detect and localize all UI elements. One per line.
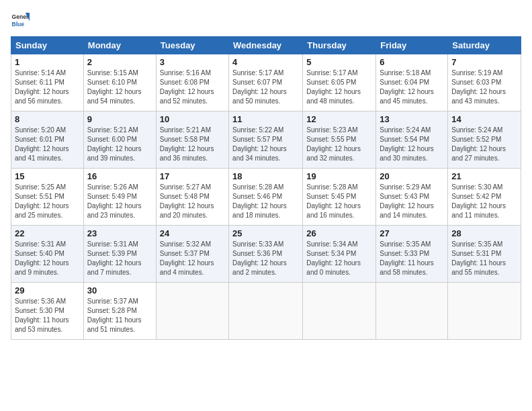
day-number: 6 <box>380 57 444 67</box>
day-number: 28 <box>451 228 517 238</box>
calendar-week-4: 22Sunrise: 5:31 AM Sunset: 5:40 PM Dayli… <box>11 226 521 283</box>
calendar-cell: 17Sunrise: 5:27 AM Sunset: 5:48 PM Dayli… <box>156 169 228 226</box>
day-number: 25 <box>232 228 299 238</box>
calendar-cell: 18Sunrise: 5:28 AM Sunset: 5:46 PM Dayli… <box>229 169 303 226</box>
day-info: Sunrise: 5:14 AM Sunset: 6:11 PM Dayligh… <box>15 68 80 106</box>
calendar-cell: 19Sunrise: 5:28 AM Sunset: 5:45 PM Dayli… <box>303 169 376 226</box>
page-header: General Blue <box>11 11 521 30</box>
svg-text:Blue: Blue <box>12 21 25 28</box>
day-number: 2 <box>87 57 152 67</box>
day-info: Sunrise: 5:32 AM Sunset: 5:37 PM Dayligh… <box>160 240 225 277</box>
day-info: Sunrise: 5:24 AM Sunset: 5:54 PM Dayligh… <box>380 126 444 163</box>
calendar-cell <box>448 283 521 340</box>
day-number: 26 <box>306 228 372 238</box>
day-number: 12 <box>306 114 372 124</box>
day-number: 27 <box>380 228 444 238</box>
day-number: 5 <box>306 57 372 67</box>
calendar-cell: 2Sunrise: 5:15 AM Sunset: 6:10 PM Daylig… <box>83 54 156 111</box>
calendar-cell: 6Sunrise: 5:18 AM Sunset: 6:04 PM Daylig… <box>376 54 448 111</box>
weekday-header-tuesday: Tuesday <box>156 37 228 54</box>
day-info: Sunrise: 5:36 AM Sunset: 5:30 PM Dayligh… <box>15 297 80 334</box>
day-info: Sunrise: 5:22 AM Sunset: 5:57 PM Dayligh… <box>232 126 299 163</box>
day-info: Sunrise: 5:15 AM Sunset: 6:10 PM Dayligh… <box>87 68 152 106</box>
calendar-body: 1Sunrise: 5:14 AM Sunset: 6:11 PM Daylig… <box>11 54 521 340</box>
day-info: Sunrise: 5:27 AM Sunset: 5:48 PM Dayligh… <box>160 183 225 220</box>
day-number: 19 <box>306 171 372 181</box>
day-info: Sunrise: 5:21 AM Sunset: 5:58 PM Dayligh… <box>160 126 225 163</box>
day-number: 18 <box>232 171 299 181</box>
calendar-table: SundayMondayTuesdayWednesdayThursdayFrid… <box>11 36 521 340</box>
calendar-header: SundayMondayTuesdayWednesdayThursdayFrid… <box>11 37 521 54</box>
day-number: 22 <box>15 228 80 238</box>
day-info: Sunrise: 5:29 AM Sunset: 5:43 PM Dayligh… <box>380 183 444 220</box>
day-number: 23 <box>87 228 152 238</box>
calendar-cell: 22Sunrise: 5:31 AM Sunset: 5:40 PM Dayli… <box>11 226 84 283</box>
calendar-cell: 30Sunrise: 5:37 AM Sunset: 5:28 PM Dayli… <box>83 283 156 340</box>
day-info: Sunrise: 5:24 AM Sunset: 5:52 PM Dayligh… <box>451 126 517 163</box>
day-info: Sunrise: 5:35 AM Sunset: 5:31 PM Dayligh… <box>451 240 517 277</box>
weekday-header-sunday: Sunday <box>11 37 84 54</box>
day-info: Sunrise: 5:26 AM Sunset: 5:49 PM Dayligh… <box>87 183 152 220</box>
day-number: 30 <box>87 285 152 295</box>
weekday-header-saturday: Saturday <box>448 37 521 54</box>
calendar-cell <box>156 283 228 340</box>
day-info: Sunrise: 5:37 AM Sunset: 5:28 PM Dayligh… <box>87 297 152 334</box>
day-number: 14 <box>451 114 517 124</box>
day-info: Sunrise: 5:20 AM Sunset: 6:01 PM Dayligh… <box>15 126 80 163</box>
day-number: 8 <box>15 114 80 124</box>
calendar-cell: 8Sunrise: 5:20 AM Sunset: 6:01 PM Daylig… <box>11 111 84 169</box>
calendar-cell: 14Sunrise: 5:24 AM Sunset: 5:52 PM Dayli… <box>448 111 521 169</box>
day-number: 9 <box>87 114 152 124</box>
day-info: Sunrise: 5:34 AM Sunset: 5:34 PM Dayligh… <box>306 240 372 277</box>
day-info: Sunrise: 5:35 AM Sunset: 5:33 PM Dayligh… <box>380 240 444 277</box>
calendar-cell: 12Sunrise: 5:23 AM Sunset: 5:55 PM Dayli… <box>303 111 376 169</box>
calendar-cell: 7Sunrise: 5:19 AM Sunset: 6:03 PM Daylig… <box>448 54 521 111</box>
calendar-cell: 13Sunrise: 5:24 AM Sunset: 5:54 PM Dayli… <box>376 111 448 169</box>
calendar-cell <box>229 283 303 340</box>
day-number: 4 <box>232 57 299 67</box>
calendar-cell: 23Sunrise: 5:31 AM Sunset: 5:39 PM Dayli… <box>83 226 156 283</box>
day-number: 20 <box>380 171 444 181</box>
calendar-cell: 28Sunrise: 5:35 AM Sunset: 5:31 PM Dayli… <box>448 226 521 283</box>
calendar-cell: 21Sunrise: 5:30 AM Sunset: 5:42 PM Dayli… <box>448 169 521 226</box>
day-info: Sunrise: 5:16 AM Sunset: 6:08 PM Dayligh… <box>160 68 225 106</box>
calendar-cell: 1Sunrise: 5:14 AM Sunset: 6:11 PM Daylig… <box>11 54 84 111</box>
calendar-cell: 4Sunrise: 5:17 AM Sunset: 6:07 PM Daylig… <box>229 54 303 111</box>
calendar-cell: 3Sunrise: 5:16 AM Sunset: 6:08 PM Daylig… <box>156 54 228 111</box>
calendar-cell <box>376 283 448 340</box>
calendar-cell: 9Sunrise: 5:21 AM Sunset: 6:00 PM Daylig… <box>83 111 156 169</box>
day-number: 11 <box>232 114 299 124</box>
day-info: Sunrise: 5:31 AM Sunset: 5:39 PM Dayligh… <box>87 240 152 277</box>
calendar-week-3: 15Sunrise: 5:25 AM Sunset: 5:51 PM Dayli… <box>11 169 521 226</box>
calendar-cell: 29Sunrise: 5:36 AM Sunset: 5:30 PM Dayli… <box>11 283 84 340</box>
day-info: Sunrise: 5:25 AM Sunset: 5:51 PM Dayligh… <box>15 183 80 220</box>
day-number: 17 <box>160 171 225 181</box>
day-number: 13 <box>380 114 444 124</box>
day-info: Sunrise: 5:17 AM Sunset: 6:05 PM Dayligh… <box>306 68 372 106</box>
calendar-cell: 27Sunrise: 5:35 AM Sunset: 5:33 PM Dayli… <box>376 226 448 283</box>
day-number: 15 <box>15 171 80 181</box>
calendar-cell: 10Sunrise: 5:21 AM Sunset: 5:58 PM Dayli… <box>156 111 228 169</box>
calendar-week-2: 8Sunrise: 5:20 AM Sunset: 6:01 PM Daylig… <box>11 111 521 169</box>
calendar-cell: 15Sunrise: 5:25 AM Sunset: 5:51 PM Dayli… <box>11 169 84 226</box>
day-number: 7 <box>451 57 517 67</box>
weekday-header-monday: Monday <box>83 37 156 54</box>
day-number: 1 <box>15 57 80 67</box>
calendar-cell: 16Sunrise: 5:26 AM Sunset: 5:49 PM Dayli… <box>83 169 156 226</box>
day-info: Sunrise: 5:31 AM Sunset: 5:40 PM Dayligh… <box>15 240 80 277</box>
day-number: 24 <box>160 228 225 238</box>
day-info: Sunrise: 5:30 AM Sunset: 5:42 PM Dayligh… <box>451 183 517 220</box>
day-info: Sunrise: 5:33 AM Sunset: 5:36 PM Dayligh… <box>232 240 299 277</box>
calendar-cell: 11Sunrise: 5:22 AM Sunset: 5:57 PM Dayli… <box>229 111 303 169</box>
day-info: Sunrise: 5:17 AM Sunset: 6:07 PM Dayligh… <box>232 68 299 106</box>
weekday-header-friday: Friday <box>376 37 448 54</box>
weekday-header-row: SundayMondayTuesdayWednesdayThursdayFrid… <box>11 37 521 54</box>
day-number: 3 <box>160 57 225 67</box>
day-info: Sunrise: 5:19 AM Sunset: 6:03 PM Dayligh… <box>451 68 517 106</box>
calendar-week-5: 29Sunrise: 5:36 AM Sunset: 5:30 PM Dayli… <box>11 283 521 340</box>
day-info: Sunrise: 5:23 AM Sunset: 5:55 PM Dayligh… <box>306 126 372 163</box>
logo-icon: General Blue <box>11 11 30 30</box>
calendar-cell: 25Sunrise: 5:33 AM Sunset: 5:36 PM Dayli… <box>229 226 303 283</box>
weekday-header-wednesday: Wednesday <box>229 37 303 54</box>
day-number: 21 <box>451 171 517 181</box>
